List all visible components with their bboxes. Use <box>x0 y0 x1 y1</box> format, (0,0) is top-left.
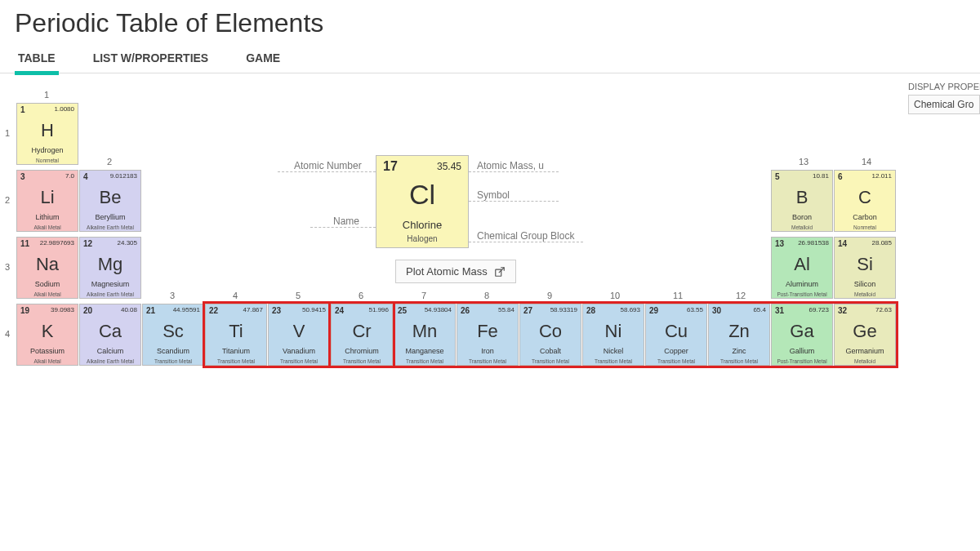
element-cell-li[interactable]: 37.0LiLithiumAlkali Metal <box>16 170 78 232</box>
element-symbol: B <box>772 187 832 208</box>
element-name: Magnesium <box>80 280 140 288</box>
element-symbol: Mn <box>394 321 455 342</box>
atomic-number: 22 <box>209 306 218 315</box>
element-cell-h[interactable]: 11.0080HHydrogenNonmetal <box>16 103 78 165</box>
element-group: Metalloid <box>835 358 895 364</box>
element-cell-mn[interactable]: 2554.93804MnManganeseTransition Metal <box>394 304 456 366</box>
atomic-mass: 44.95591 <box>173 306 200 313</box>
element-group: Alkaline Earth Metal <box>80 358 140 364</box>
atomic-mass: 47.867 <box>243 306 263 313</box>
column-label: 2 <box>107 157 112 167</box>
legend-atomic-number: 17 <box>383 159 398 174</box>
atomic-mass: 28.085 <box>872 239 892 247</box>
atomic-number: 30 <box>712 306 721 315</box>
element-cell-k[interactable]: 1939.0983KPotassiumAlkali Metal <box>16 304 78 366</box>
column-label: 8 <box>484 291 489 300</box>
element-name: Aluminum <box>772 280 832 288</box>
atomic-mass: 50.9415 <box>302 306 326 313</box>
element-cell-sc[interactable]: 2144.95591ScScandiumTransition Metal <box>142 304 204 366</box>
element-group: Transition Metal <box>520 358 581 364</box>
tab-table[interactable]: TABLE <box>15 45 59 73</box>
atomic-number: 14 <box>838 239 847 248</box>
tab-game[interactable]: GAME <box>243 45 283 73</box>
element-symbol: Ga <box>772 321 832 342</box>
element-cell-fe[interactable]: 2655.84FeIronTransition Metal <box>457 304 519 366</box>
atomic-number: 24 <box>335 306 344 315</box>
column-label: 5 <box>296 291 301 300</box>
element-group: Alkali Metal <box>17 291 78 297</box>
element-cell-b[interactable]: 510.81BBoronMetalloid <box>771 170 833 232</box>
element-cell-al[interactable]: 1326.981538AlAluminumPost-Transition Met… <box>771 237 833 299</box>
element-cell-cu[interactable]: 2963.55CuCopperTransition Metal <box>645 304 707 366</box>
element-name: Beryllium <box>80 213 140 221</box>
atomic-number: 26 <box>461 306 470 315</box>
legend-label-name: Name <box>333 216 359 227</box>
atomic-mass: 39.0983 <box>51 306 74 313</box>
element-group: Transition Metal <box>332 358 392 364</box>
column-label: 3 <box>170 291 175 300</box>
column-label: 7 <box>421 291 426 300</box>
external-link-icon <box>494 266 506 278</box>
atomic-number: 28 <box>586 306 595 315</box>
element-group: Alkali Metal <box>17 358 78 364</box>
element-group: Post-Transition Metal <box>772 358 832 364</box>
element-cell-ge[interactable]: 3272.63GeGermaniumMetalloid <box>834 304 896 366</box>
atomic-mass: 24.305 <box>118 239 137 247</box>
element-name: Carbon <box>835 213 895 221</box>
element-cell-zn[interactable]: 3065.4ZnZincTransition Metal <box>708 304 770 366</box>
element-name: Vanadium <box>269 347 329 355</box>
column-label: 6 <box>359 291 363 300</box>
element-cell-ti[interactable]: 2247.867TiTitaniumTransition Metal <box>205 304 267 366</box>
element-name: Calcium <box>80 347 140 355</box>
element-group: Metalloid <box>835 291 895 297</box>
element-group: Alkali Metal <box>17 224 78 230</box>
atomic-mass: 1.0080 <box>55 105 74 113</box>
element-group: Transition Metal <box>143 358 203 364</box>
element-cell-v[interactable]: 2350.9415VVanadiumTransition Metal <box>268 304 330 366</box>
atomic-number: 5 <box>775 172 780 181</box>
element-name: Chromium <box>332 347 392 355</box>
column-label: 10 <box>610 291 620 300</box>
tab-list[interactable]: LIST W/PROPERTIES <box>90 45 212 73</box>
atomic-mass: 26.981538 <box>798 239 829 247</box>
element-cell-mg[interactable]: 1224.305MgMagnesiumAlkaline Earth Metal <box>79 237 141 299</box>
element-name: Manganese <box>394 347 455 355</box>
atomic-mass: 51.996 <box>369 306 389 313</box>
element-symbol: H <box>17 120 78 141</box>
column-label: 4 <box>233 291 238 300</box>
atomic-number: 1 <box>20 105 25 114</box>
element-symbol: Be <box>80 187 140 208</box>
element-cell-na[interactable]: 1122.9897693NaSodiumAlkali Metal <box>16 237 78 299</box>
atomic-mass: 58.93319 <box>550 306 577 313</box>
legend-atomic-mass: 35.45 <box>437 161 461 172</box>
element-symbol: Al <box>772 254 832 275</box>
atomic-mass: 63.55 <box>687 306 703 313</box>
svg-rect-0 <box>495 269 501 276</box>
element-cell-ga[interactable]: 3169.723GaGalliumPost-Transition Metal <box>771 304 833 366</box>
element-name: Lithium <box>17 213 78 221</box>
display-property-select[interactable]: Chemical Gro <box>908 95 980 114</box>
element-group: Metalloid <box>772 224 832 230</box>
element-cell-cr[interactable]: 2451.996CrChromiumTransition Metal <box>331 304 393 366</box>
row-label: 4 <box>5 329 10 339</box>
element-group: Post-Transition Metal <box>772 291 832 297</box>
element-cell-ni[interactable]: 2858.693NiNickelTransition Metal <box>582 304 644 366</box>
atomic-number: 32 <box>838 306 847 315</box>
atomic-number: 21 <box>146 306 155 315</box>
atomic-number: 31 <box>775 306 784 315</box>
element-cell-ca[interactable]: 2040.08CaCalciumAlkaline Earth Metal <box>79 304 141 366</box>
atomic-number: 6 <box>838 172 843 181</box>
element-cell-co[interactable]: 2758.93319CoCobaltTransition Metal <box>519 304 581 366</box>
element-cell-c[interactable]: 612.011CCarbonNonmetal <box>834 170 896 232</box>
element-group: Transition Metal <box>394 358 455 364</box>
element-cell-si[interactable]: 1428.085SiSiliconMetalloid <box>834 237 896 299</box>
atomic-mass: 55.84 <box>498 306 514 313</box>
element-group: Nonmetal <box>835 224 895 230</box>
element-cell-be[interactable]: 49.012183BeBerylliumAlkaline Earth Metal <box>79 170 141 232</box>
element-symbol: Li <box>17 187 78 208</box>
atomic-mass: 65.4 <box>753 306 766 313</box>
element-name: Nickel <box>583 347 644 355</box>
element-group: Transition Metal <box>646 358 706 364</box>
element-symbol: Zn <box>709 321 769 342</box>
plot-atomic-mass-button[interactable]: Plot Atomic Mass <box>395 260 516 283</box>
